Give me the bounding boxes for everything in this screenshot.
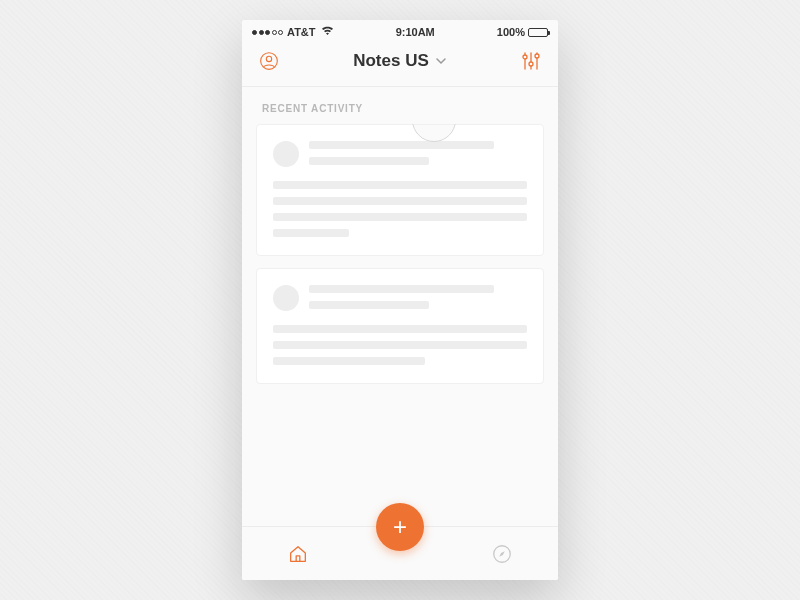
title-dropdown[interactable]: Notes US [353, 51, 447, 71]
svg-point-5 [529, 62, 533, 66]
explore-tab[interactable] [490, 542, 514, 566]
svg-point-1 [266, 56, 271, 61]
home-tab[interactable] [286, 542, 310, 566]
status-right: 100% [497, 26, 548, 38]
placeholder-line [309, 285, 494, 293]
battery-label: 100% [497, 26, 525, 38]
avatar-placeholder [273, 285, 299, 311]
profile-button[interactable] [258, 50, 280, 72]
chevron-down-icon [435, 55, 447, 67]
bottom-nav: + [242, 526, 558, 580]
placeholder-line [273, 229, 349, 237]
status-left: AT&T [252, 26, 334, 38]
placeholder-line [309, 157, 429, 165]
activity-card[interactable] [256, 268, 544, 384]
status-time: 9:10AM [396, 26, 435, 38]
phone-frame: AT&T 9:10AM 100% Notes US [242, 20, 558, 580]
placeholder-line [309, 141, 494, 149]
status-bar: AT&T 9:10AM 100% [242, 20, 558, 40]
avatar-placeholder [273, 141, 299, 167]
plus-icon: + [393, 515, 407, 539]
placeholder-line [273, 357, 425, 365]
svg-point-3 [523, 55, 527, 59]
placeholder-line [273, 325, 527, 333]
placeholder-line [273, 197, 527, 205]
wifi-icon [321, 26, 334, 38]
svg-point-0 [261, 53, 278, 70]
svg-point-7 [535, 54, 539, 58]
placeholder-line [273, 181, 527, 189]
section-label: RECENT ACTIVITY [242, 87, 558, 124]
activity-card[interactable] [256, 124, 544, 256]
battery-icon [528, 28, 548, 37]
header-title: Notes US [353, 51, 429, 71]
settings-button[interactable] [520, 50, 542, 72]
placeholder-line [309, 301, 429, 309]
signal-dots-icon [252, 30, 283, 35]
carrier-label: AT&T [287, 26, 316, 38]
placeholder-line [273, 341, 527, 349]
placeholder-line [273, 213, 527, 221]
content-area[interactable] [242, 124, 558, 526]
app-header: Notes US [242, 40, 558, 87]
add-button[interactable]: + [376, 503, 424, 551]
